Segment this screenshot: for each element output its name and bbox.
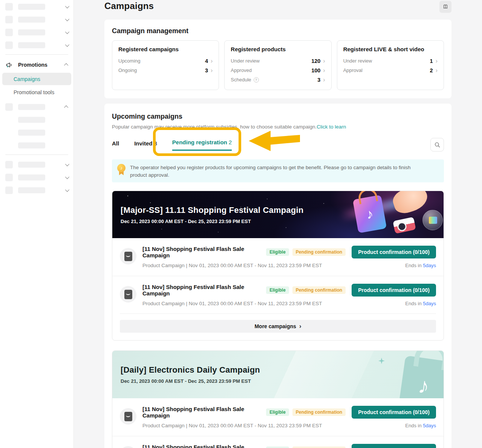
pending-confirmation-badge: Pending confirmation	[292, 248, 346, 256]
sidebar-subitem-placeholder[interactable]	[18, 129, 68, 136]
campaign-management-card: Campaign management Registered campaigns…	[104, 20, 451, 98]
page-header: Campaigns	[104, 1, 451, 13]
sidebar-item-placeholder[interactable]	[5, 29, 68, 36]
tab-all[interactable]: All	[112, 140, 119, 151]
banner-dates: Dec 21, 2023 00:00 AM EST - Dec 25, 2023…	[121, 378, 444, 384]
campaign-row: [11 Nov] Shopping Festival Flash Sale Ca…	[112, 238, 444, 276]
sidebar-item-placeholder[interactable]	[5, 3, 68, 11]
stat-row-under-review[interactable]: Under review 120	[231, 56, 325, 66]
campaign-meta: Product Campaign | Nov 01, 2023 00:00 AM…	[142, 263, 346, 268]
campaign-row: [11 Nov] Shopping Festival Flash Sale Ca…	[112, 276, 444, 313]
sidebar-item-placeholder[interactable]	[5, 41, 68, 49]
campaign-group-major-ss: [Major-SS] 11.11 Shopping Festival Campa…	[112, 191, 444, 341]
search-button[interactable]	[430, 138, 444, 151]
chevron-up-icon	[64, 106, 68, 110]
banner-title: [Daily] Electronics Daily Campaign	[121, 365, 444, 375]
shopping-bag-icon	[124, 290, 132, 299]
row-divider	[120, 313, 436, 314]
pending-confirmation-badge: Pending confirmation	[292, 446, 346, 448]
sidebar-item-placeholder[interactable]	[5, 187, 68, 194]
shopping-bag-icon	[124, 412, 132, 421]
product-confirmation-button[interactable]: Product confirmation (0/100)	[352, 246, 436, 258]
pending-confirmation-badge: Pending confirmation	[292, 408, 346, 416]
campaign-avatar	[120, 408, 136, 425]
more-campaigns-button[interactable]: More campaigns	[120, 320, 436, 333]
sidebar-item-promotions[interactable]: Promotions	[5, 61, 68, 69]
chevron-right-icon	[299, 323, 301, 330]
ends-in: Ends in 5days	[405, 301, 436, 306]
tab-invited[interactable]: Invited3	[134, 140, 157, 151]
megaphone-icon	[5, 61, 13, 69]
sidebar-divider	[5, 154, 68, 155]
placeholder-label	[18, 130, 45, 136]
banner-title: [Major-SS] 11.11 Shopping Festival Campa…	[121, 205, 444, 215]
stat-row-ongoing[interactable]: Ongoing 3	[118, 66, 213, 75]
chevron-down-icon	[65, 30, 69, 34]
sidebar-item-placeholder[interactable]	[5, 161, 68, 168]
stat-card-title: Registered LIVE & short video	[343, 46, 438, 52]
chevron-down-icon	[65, 162, 69, 166]
banner-dates: Dec 21, 2023 00:00 AM EST - Dec 25, 2023…	[121, 219, 444, 224]
campaign-banner[interactable]: [Major-SS] 11.11 Shopping Festival Campa…	[112, 191, 444, 238]
search-icon	[434, 142, 441, 148]
ends-in: Ends in 5days	[405, 423, 436, 428]
placeholder-label	[18, 17, 45, 23]
chevron-up-icon	[64, 63, 68, 67]
tab-pending-registration[interactable]: Pending registration2	[172, 139, 232, 151]
upcoming-campaigns-title: Upcoming campaigns	[112, 113, 444, 121]
placeholder-label	[18, 42, 45, 48]
campaign-avatar	[120, 248, 136, 265]
chevron-right-icon	[323, 58, 325, 64]
ends-value: 5days	[423, 301, 436, 306]
campaign-avatar	[120, 446, 136, 448]
stat-row-approval[interactable]: Approval 2	[343, 66, 438, 75]
sidebar-subitem-placeholder[interactable]	[18, 142, 68, 149]
campaign-group-daily: [Daily] Electronics Daily Campaign Dec 2…	[112, 350, 444, 448]
campaign-meta: Product Campaign | Nov 01, 2023 00:00 AM…	[142, 301, 346, 306]
placeholder-label	[18, 29, 45, 35]
registered-live-video-card: Registered LIVE & short video Under revi…	[337, 40, 444, 90]
sidebar-divider	[5, 54, 68, 55]
placeholder-label	[18, 187, 45, 193]
sparkle-icon	[378, 358, 385, 364]
stat-row-under-review[interactable]: Under review 1	[343, 56, 438, 66]
guide-book-button[interactable]	[439, 1, 451, 13]
placeholder-label	[18, 174, 45, 180]
sidebar-item-placeholder[interactable]	[5, 103, 68, 111]
stat-row-schedule[interactable]: Schedule 3	[231, 75, 325, 84]
promotions-label: Promotions	[18, 62, 47, 68]
sidebar-item-promotional-tools[interactable]: Promotional tools	[0, 87, 73, 98]
chevron-down-icon	[65, 188, 69, 192]
placeholder-label	[18, 142, 45, 148]
stat-row-upcoming[interactable]: Upcoming 4	[118, 56, 213, 66]
sidebar: Promotions Campaigns Promotional tools	[0, 0, 74, 448]
page: Promotions Campaigns Promotional tools C…	[0, 0, 482, 448]
campaign-title: [11 Nov] Shopping Festival Flash Sale Ca…	[142, 284, 263, 297]
campaign-title: [11 Nov] Shopping Festival Flash Sale Ca…	[142, 246, 263, 258]
sidebar-item-placeholder[interactable]	[5, 16, 68, 23]
promotional-tools-label: Promotional tools	[14, 89, 54, 95]
medal-icon	[117, 164, 125, 176]
campaign-meta: Product Campaign | Nov 01, 2023 00:00 AM…	[142, 423, 346, 428]
stat-row-approved[interactable]: Approved 100	[231, 66, 325, 75]
chevron-down-icon	[65, 43, 69, 47]
product-confirmation-button[interactable]: Product confirmation (0/100)	[352, 284, 436, 297]
management-cards: Registered campaigns Upcoming 4 Ongoing …	[112, 40, 444, 90]
ends-value: 5days	[423, 423, 436, 428]
placeholder-icon	[5, 161, 13, 168]
help-icon[interactable]	[254, 77, 259, 83]
sidebar-subitem-placeholder[interactable]	[18, 116, 68, 124]
campaign-avatar	[120, 286, 136, 303]
placeholder-icon	[5, 41, 13, 49]
product-confirmation-button[interactable]: Product confirmation (0/100)	[352, 406, 436, 419]
product-confirmation-button[interactable]: Product confirmation (0/100)	[352, 444, 436, 448]
operator-notice-banner: The operator helped you register product…	[112, 159, 444, 182]
campaign-banner[interactable]: [Daily] Electronics Daily Campaign Dec 2…	[112, 351, 444, 398]
stat-card-title: Registered campaigns	[118, 46, 213, 52]
sidebar-item-placeholder[interactable]	[5, 174, 68, 181]
click-to-learn-link[interactable]: Click to learn	[317, 124, 346, 130]
campaigns-label: Campaigns	[14, 76, 40, 82]
page-title: Campaigns	[104, 1, 154, 11]
main-content: Campaigns Campaign management Registered…	[74, 0, 482, 448]
sidebar-item-campaigns[interactable]: Campaigns	[2, 73, 71, 85]
